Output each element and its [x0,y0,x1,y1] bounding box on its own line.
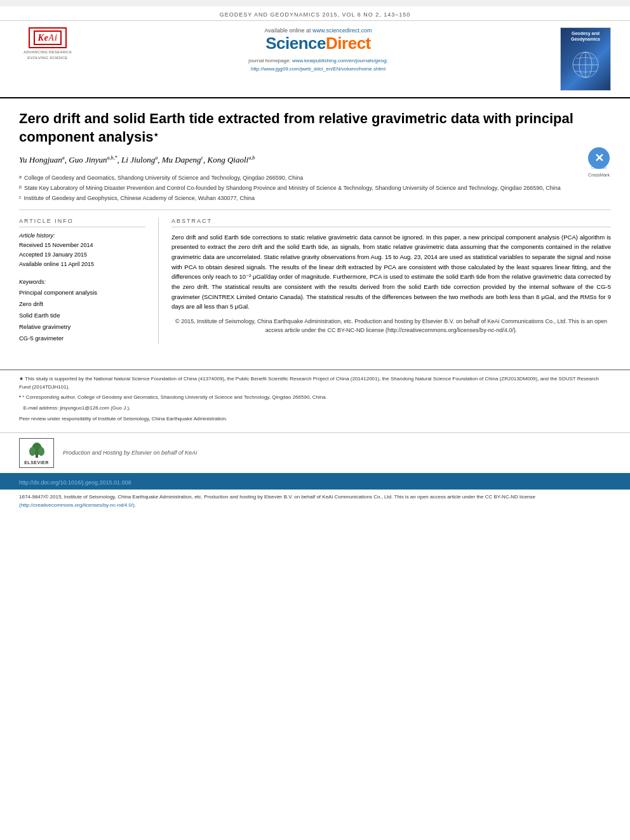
keyword-5: CG-5 gravimeter [19,333,145,344]
bottom-footer-text1: 1674-9847/© 2015, Institute of Seismolog… [19,494,535,500]
two-col-section: ARTICLE INFO Article history: Received 1… [19,218,611,344]
direct-text: Direct [326,34,371,53]
abstract-license: © 2015, Institute of Seismology, China E… [171,317,611,335]
affil-c-text: Institute of Geodesy and Geophysics, Chi… [24,194,255,203]
journal-bar-text: GEODESY AND GEODYNAMICS 2015, VOL 6 NO 2… [220,11,411,18]
abstract-text: Zero drift and solid Earth tide correcti… [171,232,611,335]
svg-text:CrossMark: CrossMark [591,166,607,170]
elsevier-name: ELSEVIER [24,460,49,465]
elsevier-footer: ELSEVIER Production and Hosting by Elsev… [0,432,630,473]
keywords-label: Keywords: [19,279,145,285]
sciencedirect-link[interactable]: www.sciencedirect.com [312,27,372,34]
history-label: Article history: [19,232,145,239]
accepted-date: Accepted 19 January 2015 [19,250,145,260]
footnote-peer: Peer review under responsibility of Inst… [19,415,611,423]
doi-link[interactable]: http://dx.doi.org/10.1016/j.geog.2015.01… [19,479,131,486]
logo-box: KeAi [29,27,67,48]
doi-bar: http://dx.doi.org/10.1016/j.geog.2015.01… [0,473,630,490]
elsevier-logo: ELSEVIER [19,438,54,468]
right-col: ABSTRACT Zero drift and solid Earth tide… [159,218,611,344]
cover-image [563,42,608,88]
svg-point-10 [38,447,44,456]
logo-ai: Ai [48,33,57,43]
elsevier-logo-box: ELSEVIER [19,438,54,468]
available-text: Available online at www.sciencedirect.co… [83,27,554,34]
paper-title-text: Zero drift and solid Earth tide extracte… [19,110,573,145]
keyword-1: Principal component analysis [19,287,145,298]
journal-link2[interactable]: http://www.jgg09.com/jweb_ddcl_en/EN/vol… [251,66,385,72]
journal-homepage-label: journal homepage: [248,58,290,63]
logo-subtitle: ADVANCING RESEARCH EVOLVING SCIENCE [23,50,72,60]
keyword-3: Solid Earth tide [19,310,145,321]
affil-a-text: College of Geodesy and Geomatics, Shando… [24,173,303,182]
keywords-section: Keywords: Principal component analysis Z… [19,279,145,344]
email-note-text: E-mail address: jinyunguo1@126.com (Guo … [23,405,131,411]
svg-point-9 [29,447,36,456]
article-history: Article history: Received 15 November 20… [19,232,145,270]
keai-logo: KeAi ADVANCING RESEARCH EVOLVING SCIENCE [19,27,76,60]
article-info-label: ARTICLE INFO [19,218,145,227]
license-text-content: © 2015, Institute of Seismology, China E… [175,318,607,333]
footnote-email: E-mail address: jinyunguo1@126.com (Guo … [19,404,611,413]
received-date: Received 15 November 2014 [19,241,145,250]
affil-c: c Institute of Geodesy and Geophysics, C… [19,194,611,203]
paper-title: Zero drift and solid Earth tide extracte… [19,98,611,151]
center-header: Available online at www.sciencedirect.co… [83,27,554,74]
affil-b: b State Key Laboratory of Mining Disaste… [19,183,611,192]
affiliations: a College of Geodesy and Geomatics, Shan… [19,170,611,210]
svg-text:✕: ✕ [594,152,604,164]
science-text: Science [265,34,326,53]
journal-link1[interactable]: www.keaipublishing.com/en/journals/geog; [292,58,388,63]
left-col: ARTICLE INFO Article history: Received 1… [19,218,159,344]
crossmark-icon: ✕ CrossMark [587,146,611,170]
logo-sub2: EVOLVING SCIENCE [23,55,72,60]
abstract-para-1: Zero drift and solid Earth tide correcti… [171,232,611,312]
globe-icon [570,49,601,81]
footnote-star: ★ This study is supported by the Nationa… [19,375,611,392]
available-label: Available online at [265,27,311,34]
available-date: Available online 11 April 2015 [19,260,145,269]
elsevier-tree-icon [27,441,46,459]
page: GEODESY AND GEODYNAMICS 2015, VOL 6 NO 2… [0,6,630,840]
affil-b-text: State Key Laboratory of Mining Disaster … [24,183,561,192]
corresponding-note-text: * Corresponding author. College of Geode… [22,394,327,400]
bottom-footer-license-link[interactable]: (http://creativecommons.org/licenses/by-… [19,502,136,508]
bottom-footer: 1674-9847/© 2015, Institute of Seismolog… [0,490,630,514]
footnote-corresponding: * * Corresponding author. College of Geo… [19,394,611,402]
crossmark-area[interactable]: ✕ CrossMark CrossMark [587,146,611,177]
affil-a: a College of Geodesy and Geomatics, Shan… [19,173,611,182]
title-star: ★ [154,131,158,137]
main-content: Zero drift and solid Earth tide extracte… [0,98,630,344]
logo-sub1: ADVANCING RESEARCH [23,50,72,55]
logo-ke: Ke [38,33,49,43]
journal-bar: GEODESY AND GEODYNAMICS 2015, VOL 6 NO 2… [0,6,630,21]
authors: Yu Hongjuana, Guo Jinyuna,b,*, Li Jiulon… [19,151,611,169]
keyword-4: Relative gravimetry [19,321,145,333]
abstract-label: ABSTRACT [171,218,611,227]
sciencedirect-title: ScienceDirect [83,34,554,53]
header-area: KeAi ADVANCING RESEARCH EVOLVING SCIENCE… [0,21,630,98]
footer-hosting-text: Production and Hosting by Elsevier on be… [63,450,197,456]
cover-title: Geodesy and Geodynamics [563,30,608,42]
journal-links: journal homepage: www.keaipublishing.com… [83,57,554,74]
journal-cover: Geodesy and Geodynamics [560,27,611,91]
keyword-2: Zero drift [19,298,145,310]
footnote-area: ★ This study is supported by the Nationa… [0,370,630,423]
